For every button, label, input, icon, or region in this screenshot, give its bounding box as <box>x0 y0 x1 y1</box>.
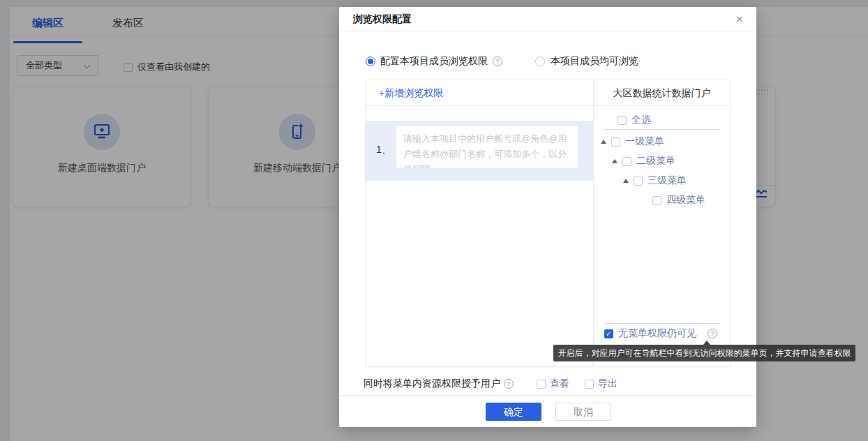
tree-node-level3[interactable]: 三级菜单 <box>623 174 687 187</box>
modal-title: 浏览权限配置 <box>339 7 756 31</box>
tree-label-level1: 一级菜单 <box>625 135 664 148</box>
radio-configure-members-label: 配置本项目成员浏览权限 <box>380 55 488 68</box>
help-icon[interactable]: ? <box>708 329 717 338</box>
permission-tooltip: 开启后，对应用户可在导航栏中看到无访问权限的菜单页，并支持申请查看权限 <box>553 345 855 361</box>
close-icon[interactable]: × <box>733 13 747 27</box>
visible-without-permission-label: 无菜单权限仍可见 <box>618 327 696 340</box>
select-all-checkbox[interactable] <box>618 116 627 125</box>
tooltip-text: 开启后，对应用户可在导航栏中看到无访问权限的菜单页，并支持申请查看权限 <box>558 348 851 358</box>
member-row-number: 1、 <box>376 144 391 156</box>
portal-title: 大区数据统计数据门户 <box>593 80 730 105</box>
tree-label-level3: 三级菜单 <box>648 174 687 187</box>
grant-export-option[interactable]: 导出 <box>585 378 618 390</box>
radio-all-members-label: 本项目成员均可浏览 <box>551 55 638 68</box>
tree-label-level4: 四级菜单 <box>666 194 705 207</box>
grant-export-checkbox[interactable] <box>585 380 594 389</box>
tooltip-arrow-icon <box>703 341 710 345</box>
cancel-button[interactable]: 取消 <box>555 403 611 421</box>
modal-footer: 确定 取消 <box>339 395 756 427</box>
radio-all-members[interactable] <box>535 57 545 66</box>
menu-tree-panel: 全选 一级菜单 二级菜单 <box>593 106 731 366</box>
tree-node-level2[interactable]: 二级菜单 <box>612 155 675 167</box>
tree-checkbox-level1[interactable] <box>611 137 620 147</box>
grant-view-option[interactable]: 查看 <box>537 378 569 390</box>
tree-divider-top <box>604 129 721 130</box>
visible-without-permission-checkbox[interactable] <box>604 329 613 338</box>
member-input[interactable] <box>396 126 578 168</box>
tree-label-level2: 二级菜单 <box>636 155 675 167</box>
permission-mode-radios: 配置本项目成员浏览权限 ? 本项目成员均可浏览 <box>366 55 638 68</box>
member-column: 1、 <box>366 106 593 366</box>
grant-resource-label: 同时将菜单内资源权限授予用户 <box>364 378 500 390</box>
select-all-label: 全选 <box>631 114 651 126</box>
radio-configure-members[interactable] <box>366 57 375 66</box>
grant-view-label: 查看 <box>550 378 569 390</box>
permission-table-body: 1、 全选 一级菜单 <box>366 106 730 366</box>
confirm-button[interactable]: 确定 <box>486 403 541 421</box>
collapse-icon[interactable] <box>601 140 606 144</box>
tree-checkbox-level4[interactable] <box>652 196 661 205</box>
tree-divider-bottom <box>604 323 721 324</box>
grant-resource-row: 同时将菜单内资源权限授予用户 ? 查看 导出 <box>364 377 618 391</box>
select-all-row[interactable]: 全选 <box>618 114 651 126</box>
collapse-icon[interactable] <box>612 159 618 163</box>
visible-without-permission-row[interactable]: 无菜单权限仍可见 ? <box>604 327 717 340</box>
tree-checkbox-level3[interactable] <box>634 177 643 186</box>
tree-node-level4[interactable]: 四级菜单 <box>652 194 705 207</box>
help-icon[interactable]: ? <box>493 57 502 66</box>
permission-table: +新增浏览权限 大区数据统计数据门户 1、 全选 <box>365 80 731 367</box>
tree-node-level1[interactable]: 一级菜单 <box>601 135 664 148</box>
grant-view-checkbox[interactable] <box>537 380 546 389</box>
screen: 编辑区 发布区 全部类型 仅查看由我创建的 <box>0 0 868 441</box>
permission-table-header: +新增浏览权限 大区数据统计数据门户 <box>366 80 730 106</box>
permission-config-modal: 浏览权限配置 × 配置本项目成员浏览权限 ? 本项目成员均可浏览 +新增浏览权限… <box>339 7 756 427</box>
collapse-icon[interactable] <box>623 179 629 183</box>
member-row-1: 1、 <box>366 121 593 181</box>
add-permission-link[interactable]: +新增浏览权限 <box>366 80 593 105</box>
help-icon[interactable]: ? <box>504 379 514 389</box>
grant-export-label: 导出 <box>598 378 618 390</box>
tree-checkbox-level2[interactable] <box>622 157 631 166</box>
